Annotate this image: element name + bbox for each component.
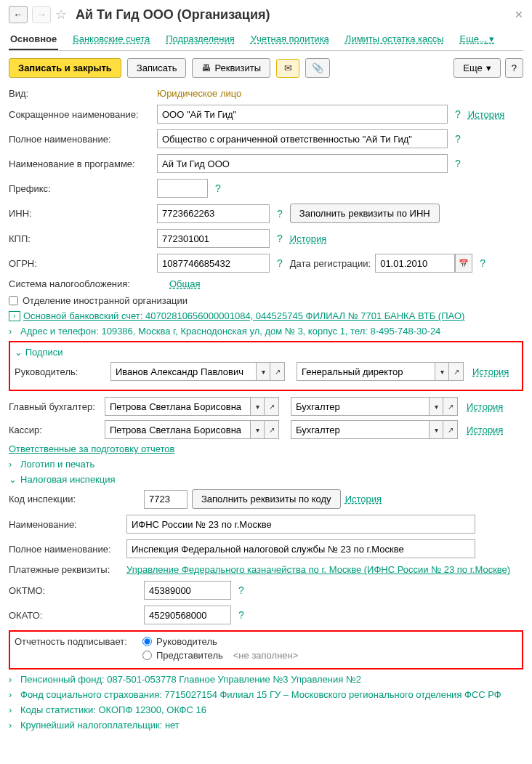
tab-policy[interactable]: Учетная политика xyxy=(249,29,331,49)
prog-name-input[interactable] xyxy=(157,154,448,173)
ruk-pos-input[interactable] xyxy=(297,362,435,381)
address-expand[interactable]: Адрес и телефон: 109386, Москва г, Красн… xyxy=(20,326,440,337)
short-name-input[interactable] xyxy=(157,105,448,124)
help-icon[interactable]: ? xyxy=(212,182,224,194)
ruk-label: Руководитель: xyxy=(15,366,106,377)
dropdown-icon[interactable]: ▾ xyxy=(435,362,449,381)
ogrn-input[interactable] xyxy=(157,254,270,273)
more-button[interactable]: Еще ▾ xyxy=(454,58,500,78)
help-icon[interactable]: ? xyxy=(274,233,286,244)
history-link[interactable]: История xyxy=(290,233,326,244)
tab-more[interactable]: Еще... xyxy=(459,29,496,49)
pay-link[interactable]: Управление Федерального казначейства по … xyxy=(126,564,510,575)
history-link[interactable]: История xyxy=(468,109,504,120)
history-link[interactable]: История xyxy=(345,494,382,504)
insp-name-input[interactable] xyxy=(126,515,475,534)
dropdown-icon[interactable]: ▾ xyxy=(250,420,265,439)
buh-name-input[interactable] xyxy=(105,397,250,416)
history-link[interactable]: История xyxy=(467,401,503,412)
pension-expand[interactable]: Пенсионный фонд: 087-501-053778 Главное … xyxy=(20,674,361,685)
prefix-input[interactable] xyxy=(157,179,208,198)
chevron-right-icon[interactable]: › xyxy=(9,674,17,685)
open-icon[interactable]: ↗ xyxy=(443,397,458,416)
open-icon[interactable]: ↗ xyxy=(265,420,279,439)
chevron-right-icon[interactable]: › xyxy=(9,326,17,337)
dropdown-icon[interactable]: ▾ xyxy=(256,362,270,381)
close-icon[interactable]: ✕ xyxy=(515,9,523,20)
kas-name-input[interactable] xyxy=(105,420,250,439)
ogrn-label: ОГРН: xyxy=(9,258,153,269)
tax-system-link[interactable]: Общая xyxy=(169,278,201,289)
history-link[interactable]: История xyxy=(472,366,509,377)
calendar-icon[interactable]: 📅 xyxy=(455,254,472,273)
help-icon[interactable]: ? xyxy=(477,257,488,269)
logo-expand[interactable]: Логотип и печать xyxy=(20,459,94,470)
signed-rep-radio[interactable] xyxy=(142,651,152,660)
foreign-checkbox[interactable] xyxy=(9,296,18,305)
kas-pos-input[interactable] xyxy=(291,420,429,439)
help-icon[interactable]: ? xyxy=(452,108,464,120)
kpp-input[interactable] xyxy=(157,229,270,248)
help-icon[interactable]: ? xyxy=(235,584,247,596)
bank-main-link[interactable]: Основной банковский счет: 40702810656000… xyxy=(23,310,464,321)
biggest-expand[interactable]: Крупнейший налогоплательщик: нет xyxy=(20,720,180,731)
oktmo-input[interactable] xyxy=(144,581,231,600)
fss-expand[interactable]: Фонд социального страхования: 7715027154… xyxy=(20,689,501,700)
dropdown-icon[interactable]: ▾ xyxy=(429,420,443,439)
tab-bank[interactable]: Банковские счета xyxy=(71,29,151,49)
open-icon[interactable]: ↗ xyxy=(443,420,458,439)
insp-code-input[interactable] xyxy=(144,490,188,509)
dropdown-icon[interactable]: ▾ xyxy=(429,397,443,416)
open-icon[interactable]: ↗ xyxy=(270,362,285,381)
prog-name-label: Наименование в программе: xyxy=(9,158,153,169)
buh-label: Главный бухгалтер: xyxy=(9,401,100,412)
signatures-expand[interactable]: ⌄ Подписи xyxy=(15,347,517,358)
help-icon[interactable]: ? xyxy=(452,158,464,169)
help-icon[interactable]: ? xyxy=(274,257,286,269)
expand-icon[interactable]: › xyxy=(9,311,20,321)
kas-label: Кассир: xyxy=(9,425,100,435)
buh-pos-input[interactable] xyxy=(291,397,429,416)
tab-dept[interactable]: Подразделения xyxy=(164,29,236,49)
insp-code-label: Код инспекции: xyxy=(9,494,140,504)
chevron-right-icon[interactable]: › xyxy=(9,704,17,715)
attach-button[interactable]: 📎 xyxy=(305,58,330,78)
chevron-right-icon[interactable]: › xyxy=(9,689,17,700)
favorite-star-icon[interactable]: ☆ xyxy=(55,7,67,23)
inn-input[interactable] xyxy=(157,204,270,223)
oktmo-label: ОКТМО: xyxy=(9,585,140,596)
help-icon[interactable]: ? xyxy=(274,208,286,220)
open-icon[interactable]: ↗ xyxy=(449,362,464,381)
ruk-name-input[interactable] xyxy=(110,362,256,381)
chevron-right-icon[interactable]: › xyxy=(9,720,17,731)
back-button[interactable]: ← xyxy=(9,6,28,23)
tab-limits[interactable]: Лимиты остатка кассы xyxy=(344,29,446,49)
mail-button[interactable]: ✉ xyxy=(276,59,299,78)
page-title: Ай Ти Гид ООО (Организация) xyxy=(76,7,270,23)
help-button[interactable]: ? xyxy=(505,58,523,78)
history-link[interactable]: История xyxy=(467,425,503,435)
fill-by-inn-button[interactable]: Заполнить реквизиты по ИНН xyxy=(290,204,440,223)
full-name-label: Полное наименование: xyxy=(9,134,153,145)
insp-full-input[interactable] xyxy=(126,539,475,558)
forward-button[interactable]: → xyxy=(32,6,51,23)
save-close-button[interactable]: Записать и закрыть xyxy=(9,58,121,78)
datereg-input[interactable] xyxy=(375,254,455,273)
tab-main[interactable]: Основное xyxy=(9,29,58,50)
full-name-input[interactable] xyxy=(157,129,448,148)
fill-by-code-button[interactable]: Заполнить реквизиты по коду xyxy=(192,489,341,509)
save-button[interactable]: Записать xyxy=(127,58,187,78)
help-icon[interactable]: ? xyxy=(452,133,464,145)
tax-insp-expand[interactable]: Налоговая инспекция xyxy=(20,474,116,485)
chevron-right-icon[interactable]: › xyxy=(9,459,17,470)
requisites-button[interactable]: 🖶Реквизиты xyxy=(192,58,270,78)
responsible-link[interactable]: Ответственные за подготовку отчетов xyxy=(9,443,175,454)
help-icon[interactable]: ? xyxy=(235,609,247,621)
stats-expand[interactable]: Коды статистики: ОКОПФ 12300, ОКФС 16 xyxy=(20,704,206,715)
tax-system-label: Система налогообложения: xyxy=(9,278,165,289)
okato-input[interactable] xyxy=(144,606,231,624)
signed-ruk-radio[interactable] xyxy=(142,637,152,646)
open-icon[interactable]: ↗ xyxy=(265,397,279,416)
dropdown-icon[interactable]: ▾ xyxy=(250,397,265,416)
chevron-down-icon[interactable]: ⌄ xyxy=(9,474,17,485)
